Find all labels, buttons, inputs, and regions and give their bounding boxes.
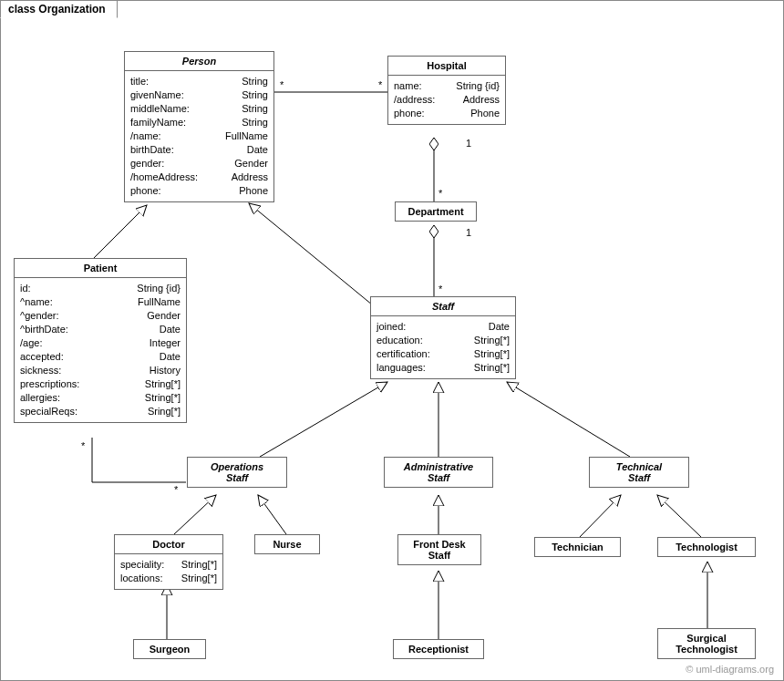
svg-line-8 <box>174 495 216 534</box>
attribute-row: /address:Address <box>394 93 500 107</box>
attribute-row: locations:String[*] <box>120 572 217 585</box>
attribute-row: ^name:FullName <box>20 295 181 309</box>
class-technician: Technician <box>534 537 621 557</box>
class-admin-staff: Administrative Staff <box>384 457 493 488</box>
mult-dept-staff-star: * <box>438 284 442 294</box>
svg-line-4 <box>249 203 377 309</box>
attribute-row: phone:Phone <box>130 184 268 198</box>
class-technologist: Technologist <box>657 537 756 557</box>
mult-dept-staff-1: 1 <box>466 227 471 238</box>
class-frontdesk-title1: Front Desk <box>398 535 480 550</box>
class-nurse-title: Nurse <box>255 535 319 553</box>
mult-hospital: * <box>378 79 382 90</box>
class-technician-title: Technician <box>535 538 620 556</box>
class-receptionist-title: Receptionist <box>394 640 483 658</box>
attribute-row: /homeAddress:Address <box>130 170 268 184</box>
class-tech-title1: Technical <box>590 458 688 472</box>
svg-line-7 <box>507 382 630 457</box>
attribute-row: languages:String[*] <box>377 361 510 375</box>
class-doctor: Doctor speciality:String[*]locations:Str… <box>114 534 223 590</box>
attribute-row: ^gender:Gender <box>20 309 181 323</box>
attribute-row: title:String <box>130 75 268 88</box>
attribute-row: gender:Gender <box>130 157 268 170</box>
attribute-row: birthDate:Date <box>130 143 268 157</box>
class-staff-title: Staff <box>371 297 515 316</box>
mult-ops: * <box>174 484 178 495</box>
class-ops-title1: Operations <box>188 458 286 472</box>
diagram-frame: class Organization <box>0 0 784 681</box>
class-person-title: Person <box>125 52 273 71</box>
class-tech-title2: Staff <box>590 472 688 487</box>
mult-hosp-dept-star: * <box>438 188 442 199</box>
class-frontdesk: Front Desk Staff <box>397 534 481 565</box>
class-staff: Staff joined:Dateeducation:String[*]cert… <box>370 296 516 379</box>
class-surgeon: Surgeon <box>133 639 206 659</box>
class-patient: Patient id:String {id}^name:FullName^gen… <box>14 258 187 423</box>
class-surgtech-title2: Technologist <box>658 644 755 658</box>
class-ops-title2: Staff <box>188 472 286 487</box>
class-frontdesk-title2: Staff <box>398 550 480 564</box>
class-patient-title: Patient <box>15 259 186 278</box>
attribute-row: education:String[*] <box>377 334 510 347</box>
attribute-row: name:String {id} <box>394 79 500 93</box>
attribute-row: joined:Date <box>377 320 510 334</box>
svg-line-11 <box>580 495 621 537</box>
attribute-row: prescriptions:String[*] <box>20 377 181 391</box>
attribute-row: sickness:History <box>20 364 181 377</box>
class-ops-staff: Operations Staff <box>187 457 287 488</box>
attribute-row: middleName:String <box>130 102 268 116</box>
attribute-row: givenName:String <box>130 88 268 102</box>
frame-title-tab: class Organization <box>0 0 118 18</box>
class-surgtech-title1: Surgical <box>658 629 755 644</box>
svg-line-3 <box>94 205 147 258</box>
class-doctor-title: Doctor <box>115 535 222 554</box>
class-technologist-title: Technologist <box>658 538 755 556</box>
class-nurse: Nurse <box>254 534 320 554</box>
attribute-row: familyName:String <box>130 116 268 129</box>
attribute-row: accepted:Date <box>20 350 181 364</box>
class-tech-staff: Technical Staff <box>589 457 689 488</box>
svg-line-9 <box>258 495 286 534</box>
watermark: © uml-diagrams.org <box>686 664 774 675</box>
attribute-row: specialReqs:Sring[*] <box>20 405 181 418</box>
class-department: Department <box>395 201 477 222</box>
class-admin-title1: Administrative <box>385 458 492 472</box>
class-surgical-tech: Surgical Technologist <box>657 628 756 659</box>
class-hospital-title: Hospital <box>388 57 505 76</box>
attribute-row: allergies:String[*] <box>20 391 181 405</box>
attribute-row: phone:Phone <box>394 107 500 120</box>
attribute-row: ^birthDate:Date <box>20 323 181 336</box>
mult-hosp-dept-1: 1 <box>466 138 471 149</box>
attribute-row: /age:Integer <box>20 336 181 350</box>
mult-patient: * <box>81 440 85 451</box>
class-hospital: Hospital name:String {id}/address:Addres… <box>387 56 506 125</box>
class-person: Person title:StringgivenName:Stringmiddl… <box>124 51 274 202</box>
class-surgeon-title: Surgeon <box>134 640 205 658</box>
attribute-row: /name:FullName <box>130 129 268 143</box>
attribute-row: id:String {id} <box>20 282 181 295</box>
mult-person: * <box>280 79 284 90</box>
attribute-row: speciality:String[*] <box>120 558 217 572</box>
frame-title: class Organization <box>8 3 106 15</box>
class-department-title: Department <box>396 202 476 221</box>
svg-line-5 <box>260 382 387 457</box>
class-receptionist: Receptionist <box>393 639 484 659</box>
svg-line-12 <box>657 495 701 537</box>
attribute-row: certification:String[*] <box>377 347 510 361</box>
class-admin-title2: Staff <box>385 472 492 487</box>
